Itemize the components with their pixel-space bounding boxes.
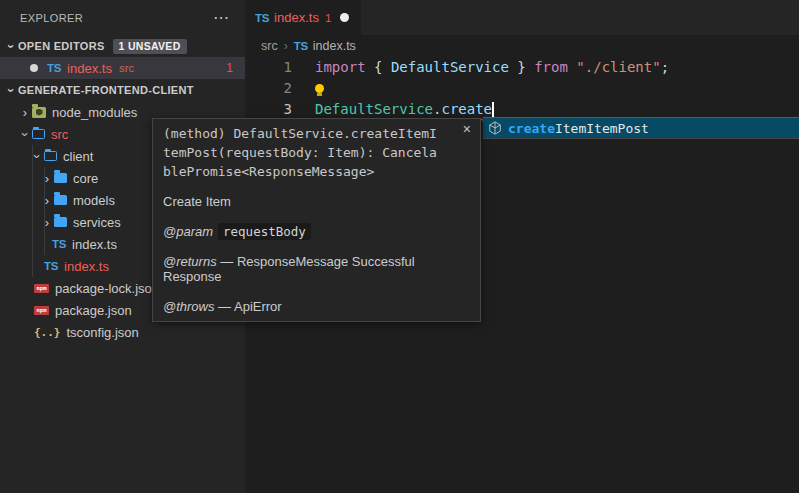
chevron-right-icon: ›: [40, 172, 54, 185]
code-line-2[interactable]: 2: [245, 78, 799, 99]
npm-file-icon: npm: [34, 284, 49, 293]
punctuation: }: [509, 59, 534, 75]
param-tag: @param: [163, 224, 213, 239]
signature-line: (method) DefaultService.createItemI: [163, 124, 470, 143]
indent-guide: [32, 145, 33, 277]
line-number-active: 3: [245, 99, 292, 120]
string-client-path: "./client": [576, 59, 660, 75]
indent-guide: [44, 167, 45, 255]
doc-throws-line: @throws — ApiError: [163, 299, 463, 314]
typescript-file-icon: TS: [47, 62, 61, 74]
method-symbol-icon: [488, 121, 502, 135]
returns-tag: @returns: [163, 254, 217, 269]
unsaved-badge: 1 UNSAVED: [113, 39, 187, 54]
typescript-file-icon: TS: [294, 40, 308, 52]
chevron-down-icon: ›: [5, 39, 18, 53]
suggest-widget-selected-item[interactable]: createItemItemPost: [483, 117, 799, 139]
typescript-file-icon: TS: [52, 238, 66, 250]
typescript-file-icon: TS: [44, 260, 58, 272]
folder-open-icon: [32, 129, 45, 139]
open-editor-file-folder: src: [119, 62, 134, 74]
throws-tag: @throws: [163, 299, 215, 314]
hover-tooltip: × (method) DefaultService.createItemI te…: [152, 118, 481, 322]
open-editors-label: OPEN EDITORS: [18, 40, 105, 52]
npm-file-icon: npm: [34, 306, 49, 315]
doc-description: Create Item: [163, 194, 470, 209]
param-value-chip: requestBody: [218, 223, 311, 240]
code-area[interactable]: 1 import { DefaultService } from "./clie…: [245, 57, 799, 120]
punctuation: ;: [661, 59, 669, 75]
lightbulb-icon[interactable]: [315, 84, 324, 93]
chevron-down-icon: ›: [31, 149, 44, 163]
doc-param-line: @paramrequestBody: [163, 224, 463, 239]
open-editor-item-index-ts[interactable]: TS index.ts src 1: [0, 57, 245, 79]
vscode-window: EXPLORER ⋯ › OPEN EDITORS 1 UNSAVED TS i…: [0, 0, 799, 493]
error-count-badge: 1: [226, 61, 233, 75]
class-defaultservice: DefaultService: [315, 101, 433, 117]
json-config-file-icon: {..}: [34, 326, 61, 339]
breadcrumb: src › TS index.ts: [245, 35, 799, 57]
folder-open-icon: [44, 151, 57, 161]
keyword-from: from: [534, 59, 576, 75]
explorer-header: EXPLORER ⋯: [0, 0, 245, 35]
chevron-right-icon: ›: [18, 106, 32, 119]
chevron-right-icon: ›: [40, 194, 54, 207]
signature-line: temPost(requestBody: Item): Cancela: [163, 143, 470, 162]
chevron-down-icon: ›: [5, 83, 18, 97]
project-section-header[interactable]: › GENERATE-FRONTEND-CLIENT: [0, 79, 245, 101]
breadcrumb-file[interactable]: index.ts: [313, 39, 356, 53]
keyword-import: import: [315, 59, 366, 75]
tab-error-count: 1: [325, 12, 331, 24]
project-name-label: GENERATE-FRONTEND-CLIENT: [18, 84, 194, 96]
more-actions-icon[interactable]: ⋯: [213, 8, 230, 27]
explorer-title: EXPLORER: [20, 12, 83, 24]
folder-icon: [54, 173, 67, 183]
identifier-defaultservice: DefaultService: [391, 59, 509, 75]
breadcrumb-separator-icon: ›: [284, 39, 288, 53]
modified-dot-icon: [30, 64, 38, 72]
open-editor-file-name: index.ts: [67, 61, 112, 76]
doc-returns-line: @returns — ResponseMessage Successful Re…: [163, 254, 463, 284]
folder-icon: [54, 217, 67, 227]
tab-modified-dot-icon[interactable]: [340, 13, 349, 22]
breadcrumb-folder[interactable]: src: [261, 39, 278, 53]
punctuation: {: [366, 59, 391, 75]
open-editors-section-header[interactable]: › OPEN EDITORS 1 UNSAVED: [0, 35, 245, 57]
line-number: 2: [245, 78, 292, 99]
tab-file-name: index.ts: [274, 10, 319, 25]
signature-line: blePromise<ResponseMessage>: [163, 162, 470, 181]
tab-index-ts[interactable]: TS index.ts 1: [245, 0, 361, 35]
chevron-right-icon: ›: [40, 216, 54, 229]
suggestion-match-text: create: [508, 121, 555, 136]
typescript-file-icon: TS: [255, 12, 269, 24]
close-icon[interactable]: ×: [463, 122, 471, 136]
throws-text: — ApiError: [215, 299, 282, 314]
suggestion-rest-text: ItemItemPost: [555, 121, 649, 136]
line-number: 1: [245, 57, 292, 78]
tree-item-tsconfig-json[interactable]: {..} tsconfig.json: [0, 321, 245, 343]
node-modules-folder-icon: [32, 107, 46, 118]
member-create-error: create: [441, 101, 492, 117]
tab-bar: TS index.ts 1: [245, 0, 799, 35]
chevron-down-icon: ›: [19, 127, 32, 141]
code-line-1[interactable]: 1 import { DefaultService } from "./clie…: [245, 57, 799, 78]
folder-icon: [54, 195, 67, 205]
